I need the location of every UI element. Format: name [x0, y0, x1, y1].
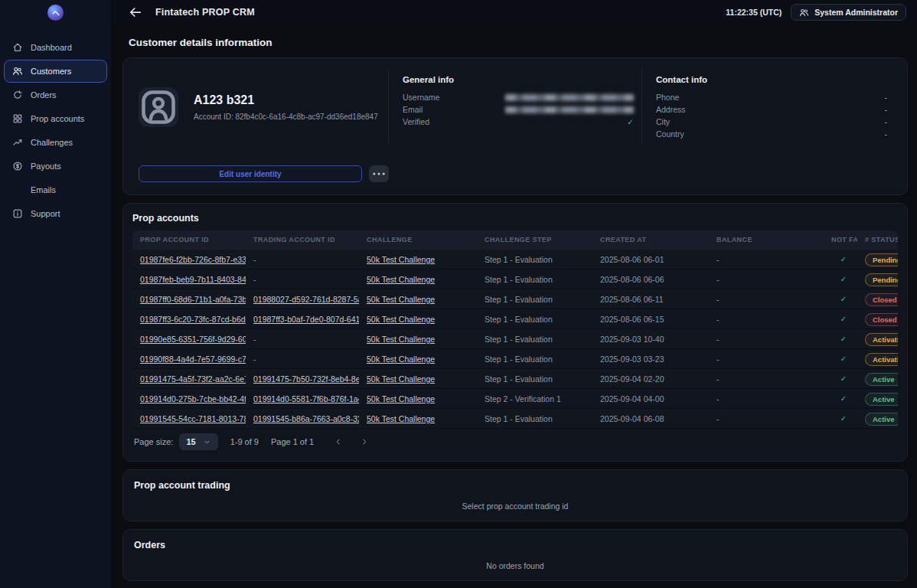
brand-logo-icon[interactable]: [47, 5, 64, 21]
prop-account-id-link[interactable]: 01987ff0-68d6-71b1-a0fa-73b7e5595: [132, 295, 246, 304]
not-failed-check-icon: ✓: [824, 255, 857, 263]
sidebar-item[interactable]: Support: [4, 202, 107, 225]
challenge-link[interactable]: 50k Test Challenge: [359, 295, 477, 304]
ellipsis-icon[interactable]: [369, 165, 389, 182]
challenge-step: Step 1 - Evaluation: [477, 414, 592, 423]
prop-accounts-title: Prop accounts: [132, 213, 898, 224]
sidebar-item[interactable]: Challenges: [4, 131, 107, 154]
balance: -: [709, 275, 824, 284]
challenge-step: Step 1 - Evaluation: [477, 255, 592, 264]
main-content: Customer details information A123 b321 A…: [111, 24, 917, 588]
prop-account-id-link[interactable]: 019914d0-275b-7cbe-bb42-4f787afc: [132, 394, 246, 403]
info-label: City: [656, 117, 670, 126]
sidebar-item[interactable]: Dashboard: [4, 36, 107, 59]
customer-account-id: Account ID: 82fb4c0c-6a16-4c8b-ac97-dd36…: [194, 113, 378, 121]
sidebar-item[interactable]: Orders: [4, 83, 107, 106]
created-at: 2025-08-06 06-06: [592, 275, 709, 284]
sidebar-item-icon: [12, 185, 23, 195]
challenge-link[interactable]: 50k Test Challenge: [359, 354, 477, 364]
prop-account-id-link[interactable]: 01987fe6-f2bb-726c-8fb7-e3354ecd: [132, 255, 246, 264]
info-value: -: [885, 117, 888, 126]
prop-account-id-link[interactable]: 01990e85-6351-756f-9d29-604478d: [132, 335, 246, 344]
trading-account-id-link[interactable]: -: [246, 275, 359, 284]
edit-user-identity-button[interactable]: Edit user identity: [139, 165, 362, 182]
status-cell: Pending: [857, 252, 898, 266]
pagination-page: Page 1 of 1: [271, 437, 314, 446]
sidebar-item[interactable]: Emails: [4, 178, 107, 201]
challenge-link[interactable]: 50k Test Challenge: [359, 275, 477, 284]
prop-account-id-link[interactable]: 01991545-54cc-7181-8013-783a50e4: [132, 414, 246, 423]
challenge-step: Step 1 - Evaluation: [477, 335, 592, 344]
info-value: ✓: [627, 117, 634, 126]
trading-account-id-link[interactable]: -: [246, 255, 359, 264]
next-page-button[interactable]: [355, 433, 374, 450]
not-failed-check-icon: ✓: [824, 275, 857, 283]
prev-page-button[interactable]: [329, 433, 348, 450]
info-label: Address: [656, 105, 686, 114]
prop-account-id-link[interactable]: 01991475-4a5f-73f2-aa2c-6e7a295fe: [132, 374, 246, 384]
section-empty-message: Select prop account trading id: [134, 501, 896, 511]
trading-account-id-link[interactable]: -: [246, 354, 359, 364]
status-badge: Active: [865, 413, 898, 426]
prop-account-id-link[interactable]: 01987feb-beb9-7b11-8403-84a4ef11a: [132, 275, 246, 284]
table-row: 019914d0-275b-7cbe-bb42-4f787afc 019914d…: [132, 389, 898, 409]
section-title: Prop account trading: [134, 480, 896, 491]
sidebar-item-label: Orders: [31, 90, 57, 100]
info-value: -: [885, 93, 888, 102]
trading-account-id-link[interactable]: 01991545-b86a-7663-a0c8-32cd8d6: [246, 414, 359, 423]
balance: -: [709, 295, 824, 304]
info-row: Email: [403, 103, 634, 116]
sidebar-item[interactable]: Prop accounts: [4, 107, 107, 130]
sidebar-item-label: Support: [31, 209, 60, 218]
system-administrator-button[interactable]: System Administrator: [791, 4, 906, 21]
sidebar-item[interactable]: Payouts: [4, 155, 107, 178]
not-failed-check-icon: ✓: [824, 414, 857, 423]
sidebar-item[interactable]: Customers: [4, 60, 107, 83]
redacted-value: [505, 106, 634, 113]
prop-account-id-link[interactable]: 01987ff3-6c20-73fc-87cd-b6dcc8ad: [132, 315, 246, 324]
balance: -: [709, 255, 824, 264]
info-label: Country: [656, 129, 684, 139]
sidebar-item-icon: [12, 137, 23, 148]
prop-account-id-link[interactable]: 01990f88-4a4d-7e57-9699-c7e29ee: [132, 354, 246, 364]
info-row: City -: [656, 116, 887, 128]
sidebar-item-icon: [12, 208, 23, 219]
pagination: Page size: 15 1-9 of 9 Page 1 of 1: [132, 429, 898, 455]
sidebar-item-icon: [12, 113, 23, 124]
challenge-step: Step 1 - Evaluation: [477, 354, 592, 364]
prop-accounts-card: Prop accounts Prop account id Trading ac…: [122, 203, 908, 462]
challenge-link[interactable]: 50k Test Challenge: [359, 374, 477, 384]
challenge-link[interactable]: 50k Test Challenge: [359, 394, 477, 403]
page-size-select[interactable]: 15: [179, 433, 217, 450]
status-cell: Active: [857, 411, 898, 426]
status-cell: Closed: [857, 292, 898, 306]
trading-account-id-link[interactable]: 01987ff3-b0af-7de0-807d-641a2e129: [246, 315, 359, 324]
status-cell: Activating: [857, 351, 898, 366]
contact-info-column: Contact info Phone - Address -: [641, 69, 895, 145]
challenge-link[interactable]: 50k Test Challenge: [359, 414, 477, 423]
challenge-step: Step 2 - Verification 1: [477, 394, 592, 403]
created-at: 2025-09-03 03-23: [592, 354, 709, 364]
sidebar-item-label: Challenges: [31, 138, 73, 147]
trading-account-id-link[interactable]: 019914d0-5581-7f6b-876f-1a40c5f05: [246, 394, 359, 403]
trading-account-id-link[interactable]: 01991475-7b50-732f-8eb4-8e97f964: [246, 374, 359, 384]
challenge-step: Step 1 - Evaluation: [477, 295, 592, 304]
trading-account-id-link[interactable]: -: [246, 335, 359, 344]
challenge-link[interactable]: 50k Test Challenge: [359, 255, 477, 264]
not-failed-check-icon: ✓: [824, 335, 857, 343]
chevron-left-icon: [334, 437, 343, 446]
back-arrow-icon[interactable]: [128, 5, 143, 20]
info-label: Username: [403, 93, 439, 102]
app-title: Fintatech PROP CRM: [155, 7, 255, 18]
balance: -: [709, 394, 824, 403]
challenge-link[interactable]: 50k Test Challenge: [359, 315, 477, 324]
section-empty-message: No orders found: [134, 561, 896, 570]
challenge-link[interactable]: 50k Test Challenge: [359, 335, 477, 344]
general-info-title: General info: [403, 75, 634, 84]
status-badge: Pending: [865, 273, 898, 286]
table-column-header: # Status: [857, 236, 898, 243]
status-badge: Activating: [865, 353, 898, 366]
trading-account-id-link[interactable]: 01988027-d592-761d-8287-5ad3444: [246, 295, 359, 304]
table-row: 01987ff3-6c20-73fc-87cd-b6dcc8ad 01987ff…: [132, 309, 898, 329]
customer-name: A123 b321: [194, 93, 378, 107]
